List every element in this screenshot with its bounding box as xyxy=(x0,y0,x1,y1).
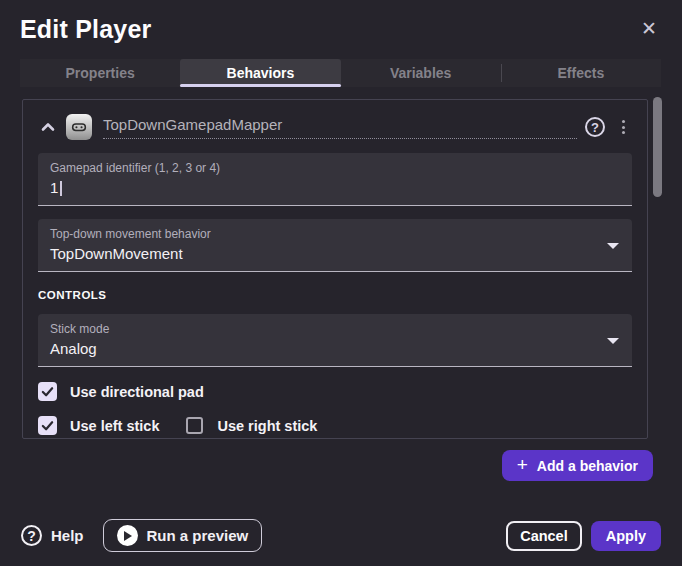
field-label: Stick mode xyxy=(50,322,620,336)
tab-effects[interactable]: Effects xyxy=(501,59,661,87)
behavior-help-icon[interactable]: ? xyxy=(585,117,605,137)
tab-label: Effects xyxy=(558,65,605,81)
gamepad-icon xyxy=(66,114,92,140)
checkbox-label: Use directional pad xyxy=(70,384,204,400)
dialog-header: Edit Player xyxy=(0,0,682,44)
chevron-up-icon[interactable] xyxy=(40,119,56,135)
field-value: 1 xyxy=(50,179,620,197)
tab-variables[interactable]: Variables xyxy=(341,59,501,87)
checkbox-label: Use right stick xyxy=(217,418,317,434)
play-icon xyxy=(117,525,138,546)
help-icon[interactable]: ? xyxy=(21,525,42,546)
add-behavior-label: Add a behavior xyxy=(537,458,638,474)
tab-label: Variables xyxy=(390,65,452,81)
tab-properties[interactable]: Properties xyxy=(20,59,180,87)
tab-label: Behaviors xyxy=(227,65,295,81)
tab-bar: Properties Behaviors Variables Effects xyxy=(20,59,661,87)
text-caret xyxy=(60,181,62,196)
cancel-button[interactable]: Cancel xyxy=(506,521,582,551)
controls-section-label: CONTROLS xyxy=(38,289,632,301)
apply-button[interactable]: Apply xyxy=(591,521,661,551)
movement-behavior-select[interactable]: Top-down movement behavior TopDownMoveme… xyxy=(38,219,632,272)
add-behavior-button[interactable]: + Add a behavior xyxy=(502,450,653,481)
field-value: TopDownMovement xyxy=(50,245,620,263)
dialog-footer: ? Help Run a preview Cancel Apply xyxy=(0,505,682,566)
checkmark-icon xyxy=(41,385,54,398)
stick-mode-select[interactable]: Stick mode Analog xyxy=(38,314,632,367)
behaviors-scroll-panel: TopDownGamepadMapper ? Gamepad identifie… xyxy=(22,99,648,439)
field-label: Top-down movement behavior xyxy=(50,227,620,241)
scrollbar-thumb[interactable] xyxy=(653,97,662,197)
help-button[interactable]: Help xyxy=(51,527,84,544)
checkbox-use-right-stick[interactable]: Use right stick xyxy=(185,416,317,435)
checkbox-row: Use directional pad xyxy=(38,382,632,401)
checkbox-row: Use left stick Use right stick xyxy=(38,416,632,435)
checkmark-icon xyxy=(41,419,54,432)
behavior-name-field[interactable]: TopDownGamepadMapper xyxy=(103,116,577,139)
gamepad-identifier-field[interactable]: Gamepad identifier (1, 2, 3 or 4) 1 xyxy=(38,153,632,206)
checkbox-checked[interactable] xyxy=(38,416,57,435)
checkbox-checked[interactable] xyxy=(38,382,57,401)
checkbox-use-directional-pad[interactable]: Use directional pad xyxy=(38,382,204,401)
checkbox-label: Use left stick xyxy=(70,418,159,434)
plus-icon: + xyxy=(517,455,528,474)
page-title: Edit Player xyxy=(20,15,662,44)
field-value: Analog xyxy=(50,340,620,358)
tab-behaviors[interactable]: Behaviors xyxy=(180,59,340,87)
caret-down-icon xyxy=(607,243,619,249)
close-icon[interactable]: ✕ xyxy=(638,17,660,39)
run-preview-label: Run a preview xyxy=(147,527,249,544)
checkbox-use-left-stick[interactable]: Use left stick xyxy=(38,416,159,435)
behavior-header: TopDownGamepadMapper ? xyxy=(38,114,632,140)
caret-down-icon xyxy=(607,338,619,344)
field-label: Gamepad identifier (1, 2, 3 or 4) xyxy=(50,161,620,175)
kebab-menu-icon[interactable] xyxy=(614,120,632,134)
checkbox-unchecked[interactable] xyxy=(186,417,203,434)
run-preview-button[interactable]: Run a preview xyxy=(103,519,263,552)
tab-label: Properties xyxy=(66,65,135,81)
